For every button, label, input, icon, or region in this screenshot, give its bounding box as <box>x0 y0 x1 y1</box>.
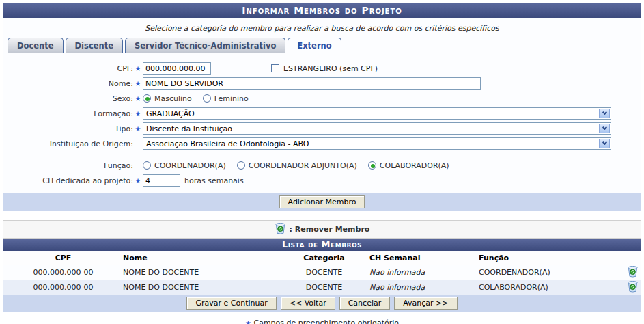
instruction-text: Selecione a categoria do membro para rea… <box>3 18 641 38</box>
col-header-cpf: CPF <box>3 251 123 265</box>
funcao-label: Função: <box>3 161 133 170</box>
required-star-icon: ★ <box>133 80 143 87</box>
tab-servidor-tecnico-administrativo[interactable]: Servidor Técnico-Administrativo <box>125 38 285 53</box>
formacao-label: Formação: <box>3 109 133 118</box>
tab-bar: DocenteDiscenteServidor Técnico-Administ… <box>3 38 641 53</box>
cell-nome: NOME DO DOCENTE <box>123 265 279 280</box>
radio-label: COORDENADOR ADJUNTO(A) <box>249 161 357 170</box>
radio-label: COORDENADOR(A) <box>154 161 226 170</box>
cell-categoria: DOCENTE <box>279 265 369 280</box>
cpf-label: CPF: <box>3 64 133 73</box>
required-note: ★ Campos de preenchimento obrigatório <box>0 319 644 324</box>
chevron-down-icon[interactable] <box>599 109 610 118</box>
tab-docente[interactable]: Docente <box>8 38 64 53</box>
required-star-icon: ★ <box>133 95 143 103</box>
member-form: CPF: ★ ESTRANGEIRO (sem CPF) Nome: ★ Sex… <box>3 53 641 211</box>
sexo-label: Sexo: <box>3 94 133 103</box>
cell-nome: NOME DO DOCENTE <box>123 280 279 295</box>
members-header-row: CPF Nome Categoria CH Semanal Função <box>3 251 641 265</box>
radio-button-icon[interactable] <box>143 161 151 170</box>
required-star-icon: ★ <box>133 110 143 118</box>
add-member-button[interactable]: Adicionar Membro <box>279 195 365 208</box>
ch-input[interactable] <box>143 174 180 187</box>
radio-button-icon[interactable] <box>368 161 376 170</box>
tipo-select[interactable]: Discente da Instituição <box>143 122 611 135</box>
col-header-action <box>625 251 641 265</box>
col-header-funcao: Função <box>479 251 625 265</box>
cell-funcao: COLABORADOR(A) <box>479 280 625 295</box>
radio-label: Feminino <box>214 94 249 103</box>
page-title: Informar Membros do Projeto <box>3 3 641 18</box>
ch-label: CH dedicada ao projeto: <box>3 176 133 185</box>
cell-cpf: 000.000.000-00 <box>3 280 123 295</box>
required-star-icon: ★ <box>133 125 143 133</box>
funcao-radio-group: COORDENADOR(A)COORDENADOR ADJUNTO(A)COLA… <box>143 161 641 170</box>
estrangeiro-label: ESTRANGEIRO (sem CPF) <box>283 64 378 73</box>
chevron-down-icon[interactable] <box>599 124 610 133</box>
cpf-row: CPF: ★ ESTRANGEIRO (sem CPF) <box>3 62 641 75</box>
nome-label: Nome: <box>3 79 133 88</box>
cell-cpf: 000.000.000-00 <box>3 265 123 280</box>
cell-ch: Nao informada <box>369 280 479 295</box>
tipo-label: Tipo: <box>3 124 133 133</box>
remove-legend: : Remover Membro <box>3 220 641 239</box>
required-star-icon: ★ <box>133 177 143 185</box>
cpf-input[interactable] <box>143 62 211 75</box>
ch-row: CH dedicada ao projeto: ★ horas semanais <box>3 174 641 187</box>
instituicao-row: Instituição de Origem: Associação Brasil… <box>3 137 641 150</box>
main-panel: Informar Membros do Projeto Selecione a … <box>3 3 641 312</box>
radio-label: COLABORADOR(A) <box>380 161 449 170</box>
tab-discente[interactable]: Discente <box>66 38 123 53</box>
chevron-down-icon[interactable] <box>599 139 610 148</box>
col-header-nome: Nome <box>123 251 279 265</box>
voltar-button[interactable]: << Voltar <box>281 297 335 310</box>
tipo-selected-value: Discente da Instituição <box>143 124 232 133</box>
footer-buttons: Gravar e Continuar<< VoltarCancelarAvanç… <box>3 295 641 312</box>
estrangeiro-checkbox[interactable] <box>271 64 279 72</box>
remove-member-icon[interactable] <box>627 265 639 280</box>
remove-legend-text: : Remover Membro <box>290 225 370 234</box>
radio-option-coordenador-adjunto-a[interactable]: COORDENADOR ADJUNTO(A) <box>237 161 357 170</box>
remove-member-icon[interactable] <box>627 280 639 295</box>
cell-action <box>625 280 641 295</box>
cancelar-button[interactable]: Cancelar <box>339 297 391 310</box>
radio-button-icon[interactable] <box>237 161 245 170</box>
nome-input[interactable] <box>143 77 481 90</box>
members-tbody: 000.000.000-00NOME DO DOCENTEDOCENTENao … <box>3 265 641 295</box>
nome-row: Nome: ★ <box>3 77 641 90</box>
ch-suffix: horas semanais <box>184 176 244 185</box>
avancar-button[interactable]: Avançar >> <box>394 297 457 310</box>
members-table: CPF Nome Categoria CH Semanal Função 000… <box>3 251 641 295</box>
radio-button-icon[interactable] <box>143 94 151 103</box>
radio-button-icon[interactable] <box>203 94 211 103</box>
add-member-bar: Adicionar Membro <box>3 193 641 211</box>
trash-icon <box>275 222 286 237</box>
col-header-ch-semanal: CH Semanal <box>369 251 479 265</box>
required-note-text: Campos de preenchimento obrigatório <box>253 319 399 324</box>
radio-label: Masculino <box>154 94 192 103</box>
formacao-selected-value: GRADUAÇÃO <box>143 109 195 118</box>
sexo-radio-group: MasculinoFeminino <box>143 94 641 103</box>
formacao-row: Formação: ★ GRADUAÇÃO <box>3 107 641 120</box>
funcao-row: Função: COORDENADOR(A)COORDENADOR ADJUNT… <box>3 159 641 172</box>
tipo-row: Tipo: ★ Discente da Instituição <box>3 122 641 135</box>
radio-option-feminino[interactable]: Feminino <box>203 94 249 103</box>
cell-action <box>625 265 641 280</box>
formacao-select[interactable]: GRADUAÇÃO <box>143 107 611 120</box>
instituicao-select[interactable]: Associação Brasileira de Odontologia - A… <box>143 137 611 150</box>
required-star-icon: ★ <box>133 65 143 72</box>
instituicao-selected-value: Associação Brasileira de Odontologia - A… <box>143 139 309 148</box>
radio-option-coordenador-a[interactable]: COORDENADOR(A) <box>143 161 226 170</box>
table-row: 000.000.000-00NOME DO DOCENTEDOCENTENao … <box>3 280 641 295</box>
cell-ch: Nao informada <box>369 265 479 280</box>
cell-categoria: DOCENTE <box>279 280 369 295</box>
cell-funcao: COORDENADOR(A) <box>479 265 625 280</box>
radio-option-masculino[interactable]: Masculino <box>143 94 192 103</box>
radio-option-colaborador-a[interactable]: COLABORADOR(A) <box>368 161 449 170</box>
instituicao-label: Instituição de Origem: <box>3 139 133 148</box>
gravar-e-continuar-button[interactable]: Gravar e Continuar <box>186 297 276 310</box>
required-star-icon: ★ <box>245 319 251 324</box>
members-list-title: Lista de Membros <box>3 239 641 251</box>
tab-externo[interactable]: Externo <box>288 38 341 53</box>
sexo-row: Sexo: ★ MasculinoFeminino <box>3 92 641 105</box>
